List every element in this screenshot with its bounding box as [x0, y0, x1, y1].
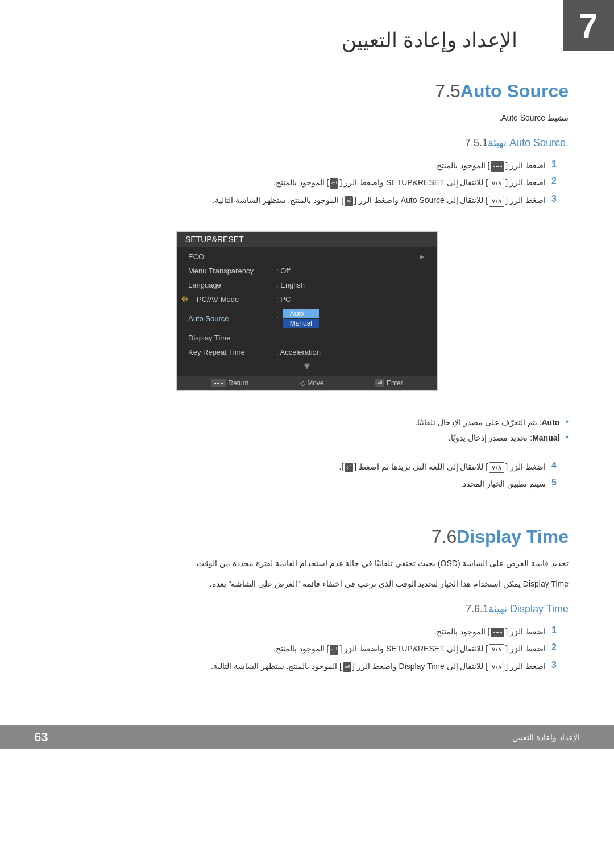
- step-1: 1 اضغط الزر [ꟷꟷꟷ] الموجود بالمنتج.: [45, 159, 569, 172]
- step-2: 2 اضغط الزر [∧/∨] للانتقال إلى SETUP&RES…: [45, 176, 569, 189]
- chapter-title: الإعداد وإعادة التعيين: [34, 17, 580, 52]
- subsection-61-number: 7.6.1: [466, 603, 488, 615]
- bullet-auto: • Auto: يتم التعرّف على مصدر الإدخال تلق…: [45, 417, 569, 429]
- menu-item-transparency: Menu Transparency : Off: [177, 264, 437, 278]
- menu-item-displaytime: Display Time: [177, 331, 437, 345]
- section6-steps: 1 اضغط الزر [ꟷꟷꟷ] الموجود بالمنتج. 2 اضغ…: [0, 618, 614, 680]
- section-6-title: Display Time: [457, 526, 569, 547]
- subsection-51-header: 7.5.1 تهيئة Auto Source.: [0, 128, 614, 152]
- page-container: 7 الإعداد وإعادة التعيين 7.5 Auto Source…: [0, 0, 614, 868]
- page-footer: الإعداد وإعادة التعيين 63: [0, 725, 614, 749]
- subsection-61-header: 7.6.1 تهيئة Display Time: [0, 594, 614, 618]
- step-4: 4 اضغط الزر [∧/∨] للانتقال إلى اللغة الت…: [45, 460, 569, 474]
- section-6-intro-1: تحديد قائمة العرض على الشاشة (OSD) بحيث …: [0, 553, 614, 574]
- footer-text: الإعداد وإعادة التعيين: [512, 733, 580, 742]
- footer-page-number: 63: [34, 730, 48, 745]
- section-5-title: Auto Source: [460, 81, 569, 102]
- section-6-header: 7.6 Display Time: [0, 509, 614, 553]
- menu-screenshot-wrapper: SETUP&RESET ECO ► Menu Transparency : Of…: [0, 223, 614, 399]
- steps-4-5: 4 اضغط الزر [∧/∨] للانتقال إلى اللغة الت…: [0, 453, 614, 498]
- menu-scroll-indicator: ▼: [177, 359, 437, 373]
- menu-item-autosource: Auto Source : Auto Manual: [177, 306, 437, 331]
- chapter-header: 7 الإعداد وإعادة التعيين: [0, 0, 614, 64]
- subsection-61-title: تهيئة Display Time: [488, 603, 569, 615]
- menu-item-eco: ECO ►: [177, 250, 437, 264]
- step-5: 5 سيتم تطبيق الخيار المحدد.: [45, 477, 569, 490]
- menu-screenshot: SETUP&RESET ECO ► Menu Transparency : Of…: [176, 231, 438, 391]
- step-3: 3 اضغط الزر [∧/∨] للانتقال إلى Auto Sour…: [45, 194, 569, 207]
- menu-items-list: ECO ► Menu Transparency : Off Language :…: [177, 247, 437, 376]
- section-5-header: 7.5 Auto Source: [0, 64, 614, 107]
- section-5-intro: تنشيط Auto Source.: [0, 107, 614, 128]
- bullet-manual: • Manual: تحديد مصدر إدخال يدويًا.: [45, 432, 569, 444]
- section6-step-2: 2 اضغط الزر [∧/∨] للانتقال إلى SETUP&RES…: [45, 642, 569, 655]
- section-6-intro-2: Display Time يمكن استخدام هذا الخيار لتح…: [0, 574, 614, 594]
- steps-1-3: 1 اضغط الزر [ꟷꟷꟷ] الموجود بالمنتج. 2 اضغ…: [0, 152, 614, 214]
- footer-enter: ⏎ Enter: [375, 379, 403, 387]
- bullet-list: • Auto: يتم التعرّف على مصدر الإدخال تلق…: [0, 408, 614, 453]
- menu-item-pcav: ⚙ PC/AV Mode : PC: [177, 292, 437, 306]
- section6-step-1: 1 اضغط الزر [ꟷꟷꟷ] الموجود بالمنتج.: [45, 625, 569, 638]
- section-5-number: 7.5: [435, 81, 460, 102]
- chapter-number: 7: [563, 0, 614, 51]
- menu-item-keyrepeat: Key Repeat Time : Acceleration: [177, 345, 437, 359]
- menu-title: SETUP&RESET: [177, 232, 437, 247]
- subsection-51-number: 7.5.1: [465, 137, 488, 149]
- section6-step-3: 3 اضغط الزر [∧/∨] للانتقال إلى Display T…: [45, 660, 569, 673]
- footer-return: ꟷꟷꟷ Return: [211, 379, 248, 387]
- menu-footer: ꟷꟷꟷ Return ◇ Move ⏎ Enter: [177, 376, 437, 390]
- menu-item-language: Language : English: [177, 278, 437, 292]
- footer-move: ◇ Move: [300, 379, 324, 387]
- subsection-51-title: تهيئة Auto Source.: [488, 136, 569, 149]
- section-6-number: 7.6: [432, 526, 457, 547]
